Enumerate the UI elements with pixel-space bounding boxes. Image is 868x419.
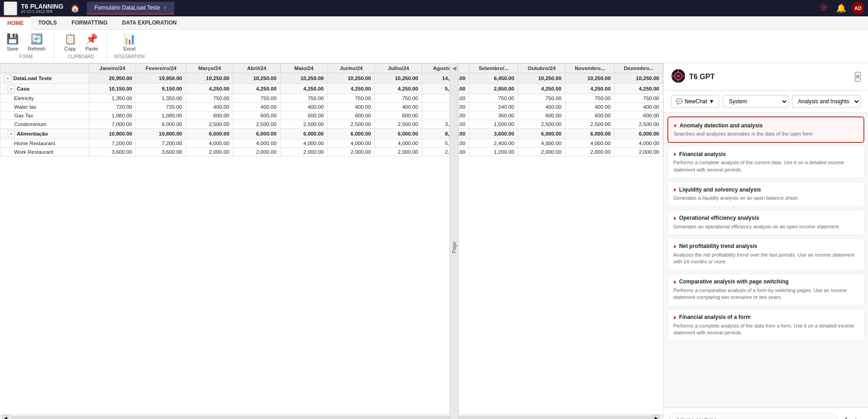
table-cell[interactable]: 4,000.00 <box>328 139 375 148</box>
table-cell[interactable]: 2,500.00 <box>233 120 281 129</box>
table-cell[interactable]: 4,250.00 <box>518 84 565 94</box>
table-cell[interactable]: 2,000.00 <box>328 148 375 156</box>
table-cell[interactable]: 4,250.00 <box>233 84 281 94</box>
tab-formulario[interactable]: Formulário DataLoad Teste × <box>87 2 174 15</box>
table-cell[interactable]: 600.00 <box>565 111 615 120</box>
tab-close-icon[interactable]: × <box>164 5 167 10</box>
scroll-arrow-right[interactable]: ▶ <box>652 415 660 419</box>
table-cell[interactable]: 2,000.00 <box>565 148 615 156</box>
table-cell[interactable]: 600.00 <box>518 111 565 120</box>
scroll-arrow-left[interactable]: ◀ <box>2 415 9 419</box>
table-cell[interactable]: 3,600.00 <box>469 129 518 139</box>
table-cell[interactable]: 3,500.00 <box>422 120 469 129</box>
refresh-button[interactable]: 🔄 Refresh <box>25 31 48 53</box>
table-cell[interactable]: 2,500.00 <box>615 120 663 129</box>
table-cell[interactable]: 4,000.00 <box>280 139 328 148</box>
new-chat-button[interactable]: 💬 NewChat ▼ <box>671 95 719 108</box>
table-cell[interactable]: 2,500.00 <box>518 120 565 129</box>
table-cell[interactable]: 6,000.00 <box>233 129 281 139</box>
table-cell[interactable]: 10,800.00 <box>136 129 186 139</box>
table-cell[interactable]: 4,250.00 <box>615 84 663 94</box>
collapse-group-btn[interactable]: − <box>4 75 11 82</box>
table-cell[interactable]: 2,850.00 <box>469 84 518 94</box>
table-cell[interactable]: 750.00 <box>615 94 663 103</box>
table-cell[interactable]: 750.00 <box>422 94 469 103</box>
table-cell[interactable]: 4,000.00 <box>565 139 615 148</box>
home-button[interactable]: 🏠 <box>67 2 83 15</box>
table-cell[interactable]: 14,050.00 <box>422 73 469 84</box>
table-cell[interactable]: 3,600.00 <box>136 148 186 156</box>
table-cell[interactable]: 840.00 <box>422 111 469 120</box>
table-cell[interactable]: 4,000.00 <box>233 139 281 148</box>
table-cell[interactable]: 10,250.00 <box>280 73 328 84</box>
table-cell[interactable]: 2,000.00 <box>280 148 328 156</box>
table-cell[interactable]: 1,350.00 <box>136 94 186 103</box>
spreadsheet-container[interactable]: Janeiro/24 Fevereiro/24 Março/24 Abril/2… <box>0 63 663 414</box>
collapse-subgroup-btn[interactable]: − <box>8 130 15 137</box>
table-cell[interactable]: 1,350.00 <box>89 94 136 103</box>
page-collapse-arrow[interactable]: ◀ <box>452 65 456 71</box>
insights-select[interactable]: Analysis and Insights <box>792 95 861 108</box>
table-cell[interactable]: 750.00 <box>375 94 422 103</box>
table-cell[interactable]: 6,000.00 <box>136 120 186 129</box>
table-cell[interactable]: 6,000.00 <box>280 129 328 139</box>
tab-formatting[interactable]: FORMATTING <box>64 16 115 29</box>
table-cell[interactable]: 5,600.00 <box>422 139 469 148</box>
table-cell[interactable]: 6,000.00 <box>615 129 663 139</box>
gpt-item-financial[interactable]: ♦ Financial analysis Performs a complete… <box>667 146 864 178</box>
table-cell[interactable]: 1,500.00 <box>469 120 518 129</box>
table-cell[interactable]: 400.00 <box>328 103 375 111</box>
table-cell[interactable]: 19,950.00 <box>136 73 186 84</box>
table-cell[interactable]: 720.00 <box>136 103 186 111</box>
table-cell[interactable]: 7,000.00 <box>89 120 136 129</box>
table-cell[interactable]: 10,250.00 <box>328 73 375 84</box>
table-cell[interactable]: 4,250.00 <box>280 84 328 94</box>
table-cell[interactable]: 2,000.00 <box>233 148 281 156</box>
gpt-close-button[interactable]: × <box>855 72 861 82</box>
table-cell[interactable]: 4,000.00 <box>615 139 663 148</box>
table-cell[interactable]: 10,250.00 <box>186 73 233 84</box>
gpt-item-anomaly[interactable]: ♦ Anomaly detection and analysis Searche… <box>667 116 864 143</box>
table-cell[interactable]: 600.00 <box>375 111 422 120</box>
scroll-left-btn[interactable]: ◀ <box>2 415 9 419</box>
system-select[interactable]: System <box>723 95 788 108</box>
table-cell[interactable]: 6,000.00 <box>328 129 375 139</box>
table-cell[interactable]: 6,000.00 <box>186 129 233 139</box>
table-cell[interactable]: 1,080.00 <box>89 111 136 120</box>
table-cell[interactable]: 600.00 <box>615 111 663 120</box>
tab-data-exploration[interactable]: DATA EXPLORATION <box>115 16 184 29</box>
table-cell[interactable]: 6,000.00 <box>518 129 565 139</box>
table-cell[interactable]: 750.00 <box>233 94 281 103</box>
table-cell[interactable]: 400.00 <box>186 103 233 111</box>
table-cell[interactable]: 1,080.00 <box>136 111 186 120</box>
table-cell[interactable]: 6,000.00 <box>375 129 422 139</box>
table-cell[interactable]: 560.00 <box>422 103 469 111</box>
table-cell[interactable]: 10,150.00 <box>89 84 136 94</box>
table-cell[interactable]: 20,950.00 <box>89 73 136 84</box>
table-cell[interactable]: 4,000.00 <box>518 139 565 148</box>
table-cell[interactable]: 3,600.00 <box>89 148 136 156</box>
table-cell[interactable]: 750.00 <box>518 94 565 103</box>
bell-icon[interactable]: 🔔 <box>834 1 848 15</box>
table-cell[interactable]: 400.00 <box>615 103 663 111</box>
gpt-item-form_analysis[interactable]: ♦ Financial analysis of a form Performs … <box>667 309 864 342</box>
page-sidebar[interactable]: ◀ Page <box>449 63 459 419</box>
table-cell[interactable]: 4,250.00 <box>186 84 233 94</box>
table-cell[interactable]: 750.00 <box>565 94 615 103</box>
table-cell[interactable]: 400.00 <box>375 103 422 111</box>
table-cell[interactable]: 2,000.00 <box>518 148 565 156</box>
table-cell[interactable]: 4,250.00 <box>375 84 422 94</box>
table-cell[interactable]: 5,650.00 <box>422 84 469 94</box>
table-cell[interactable]: 720.00 <box>89 103 136 111</box>
table-cell[interactable]: 2,000.00 <box>615 148 663 156</box>
table-cell[interactable]: 750.00 <box>328 94 375 103</box>
table-cell[interactable]: 2,000.00 <box>186 148 233 156</box>
table-cell[interactable]: 2,500.00 <box>565 120 615 129</box>
table-cell[interactable]: 6,450.00 <box>469 73 518 84</box>
h-scroll-track[interactable] <box>11 416 652 419</box>
table-cell[interactable]: 10,250.00 <box>233 73 281 84</box>
tab-home[interactable]: HOME <box>0 16 31 30</box>
gpt-item-liquidity[interactable]: ♦ Liquidity and solvency analysis Genera… <box>667 181 864 207</box>
table-cell[interactable]: 2,800.00 <box>422 148 469 156</box>
tab-tools[interactable]: TOOLS <box>31 16 64 29</box>
